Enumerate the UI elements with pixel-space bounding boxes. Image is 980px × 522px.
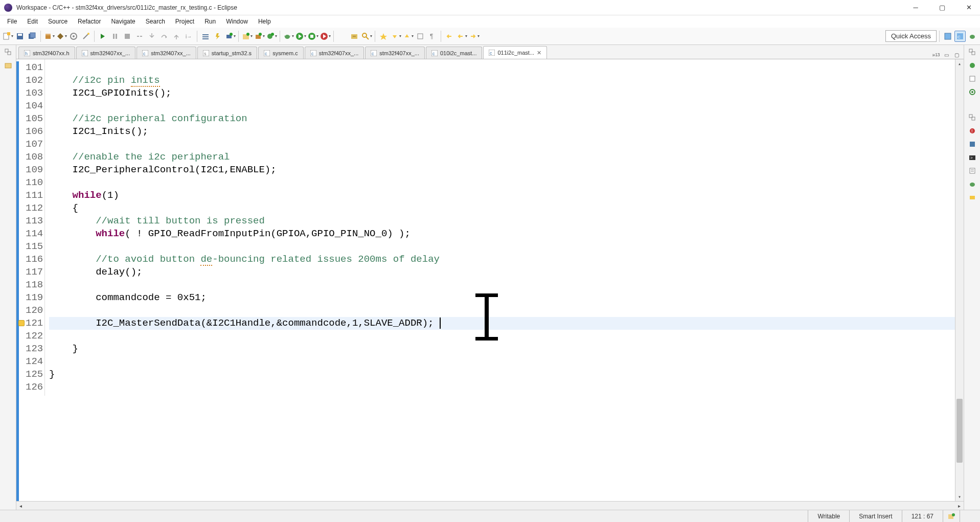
prev-annotation-icon[interactable]: ▾ — [402, 31, 414, 42]
editor-tab-active[interactable]: c 011i2c_mast... ✕ — [483, 46, 547, 59]
outline-view-icon[interactable] — [967, 60, 977, 71]
tab-label: startup_stm32.s — [212, 50, 252, 56]
minimize-button[interactable]: ─ — [908, 3, 923, 13]
problems-view-icon[interactable]: ! — [967, 126, 977, 136]
menu-help[interactable]: Help — [253, 17, 276, 26]
build-targets-icon[interactable] — [967, 87, 977, 97]
profile-icon[interactable]: ▾ — [320, 31, 331, 42]
next-annotation-icon[interactable]: ▾ — [390, 31, 401, 42]
save-all-icon[interactable] — [27, 31, 38, 42]
step-into-icon[interactable] — [146, 31, 157, 42]
build-all-icon[interactable]: ▾ — [56, 31, 67, 42]
close-button[interactable]: ✕ — [962, 3, 976, 13]
build-icon[interactable]: ▾ — [43, 31, 55, 42]
back-icon[interactable]: ▾ — [456, 31, 467, 42]
tasks-view-icon[interactable] — [967, 139, 977, 149]
instruction-step-icon[interactable]: i→ — [183, 31, 194, 42]
save-icon[interactable] — [14, 31, 26, 42]
new-package-icon[interactable]: ▾ — [254, 31, 265, 42]
menu-refactor[interactable]: Refactor — [73, 17, 106, 26]
menu-file[interactable]: File — [2, 17, 22, 26]
editor-tab[interactable]: h stm32f407xx.h — [18, 47, 75, 59]
step-over-icon[interactable] — [158, 31, 170, 42]
menu-source[interactable]: Source — [43, 17, 73, 26]
menu-edit[interactable]: Edit — [22, 17, 43, 26]
editor-tab[interactable]: c stm32f407xx_... — [305, 47, 364, 59]
run-icon[interactable]: ▾ — [295, 31, 306, 42]
wand-icon[interactable] — [80, 31, 92, 42]
code-body[interactable]: //i2c pin inits I2C1_GPIOInits(); //i2c … — [45, 59, 955, 501]
restore-bottom-icon[interactable] — [967, 112, 977, 123]
perspective-debug-icon[interactable] — [967, 31, 978, 42]
memory-view-icon[interactable] — [967, 192, 977, 202]
show-whitespace-icon[interactable]: ¶ — [427, 31, 438, 42]
scroll-left-icon[interactable]: ◂ — [16, 502, 25, 510]
svg-point-52 — [970, 35, 975, 39]
menu-window[interactable]: Window — [221, 17, 253, 26]
project-explorer-icon[interactable] — [3, 60, 13, 71]
scrollbar-thumb[interactable] — [956, 399, 963, 463]
step-return-icon[interactable] — [171, 31, 182, 42]
minimize-view-icon[interactable]: ▭ — [942, 51, 950, 59]
console-view-icon[interactable]: > — [967, 152, 977, 163]
scroll-right-icon[interactable]: ▸ — [955, 502, 964, 510]
close-icon[interactable]: ✕ — [537, 50, 541, 56]
terminate-icon[interactable] — [122, 31, 133, 42]
disconnect-icon[interactable] — [134, 31, 145, 42]
properties-view-icon[interactable] — [967, 166, 977, 176]
menu-navigate[interactable]: Navigate — [106, 17, 140, 26]
menu-project[interactable]: Project — [170, 17, 199, 26]
tab-overflow-button[interactable]: »13 — [932, 51, 940, 59]
suspend-icon[interactable] — [109, 31, 121, 42]
toggle-block-icon[interactable] — [415, 31, 426, 42]
menu-search[interactable]: Search — [141, 17, 170, 26]
vertical-scrollbar[interactable]: ▴ ▾ — [955, 59, 964, 501]
svg-point-10 — [73, 35, 75, 37]
svg-text:¶: ¶ — [430, 33, 433, 40]
perspective-resource-icon[interactable] — [942, 31, 953, 42]
open-task-icon[interactable] — [336, 31, 348, 42]
scroll-up-icon[interactable]: ▴ — [955, 59, 964, 68]
svg-rect-77 — [970, 76, 975, 81]
restore-icon[interactable] — [3, 47, 13, 57]
debug-view-icon[interactable] — [967, 179, 977, 189]
reset-chip-icon[interactable]: ▾ — [224, 31, 236, 42]
code-editor[interactable]: 1011021031041051061071081091101111121131… — [16, 59, 964, 501]
maximize-button[interactable]: ▢ — [935, 3, 949, 13]
restart-icon[interactable] — [200, 31, 211, 42]
restore-right-icon[interactable] — [967, 47, 977, 57]
debug-icon[interactable]: ▾ — [283, 31, 294, 42]
quick-access[interactable]: Quick Access — [885, 30, 937, 42]
maximize-view-icon[interactable]: ▢ — [952, 51, 961, 59]
menu-run[interactable]: Run — [199, 17, 221, 26]
new-icon[interactable]: ▾ — [2, 31, 13, 42]
new-class-icon[interactable]: ▾ — [266, 31, 277, 42]
scroll-down-icon[interactable]: ▾ — [955, 492, 964, 501]
editor-tab[interactable]: c 010i2c_mast... — [426, 47, 483, 59]
editor-tab[interactable]: c stm32f407xx_... — [76, 47, 136, 59]
task-list-icon[interactable] — [967, 74, 977, 84]
editor-tab[interactable]: s startup_stm32.s — [197, 47, 257, 59]
editor-tab[interactable]: c stm32f407xx_... — [365, 47, 425, 59]
eclipse-app-icon — [4, 4, 12, 12]
separator — [441, 31, 441, 42]
search-icon[interactable]: ▾ — [361, 31, 372, 42]
prev-edit-icon[interactable] — [444, 31, 455, 42]
editor-tab[interactable]: c stm32f407xx_... — [136, 47, 196, 59]
target-icon[interactable] — [68, 31, 79, 42]
horizontal-scrollbar[interactable]: ◂ ▸ — [16, 501, 964, 510]
open-type-icon[interactable] — [349, 31, 360, 42]
editor-tab[interactable]: c sysmem.c — [258, 47, 304, 59]
toggle-mark-icon[interactable] — [378, 31, 389, 42]
tab-label: stm32f407xx_... — [319, 50, 359, 56]
left-trim — [0, 45, 16, 510]
flash-icon[interactable] — [212, 31, 223, 42]
new-cproject-icon[interactable]: ▾ — [241, 31, 253, 42]
svg-point-79 — [971, 91, 973, 93]
coverage-icon[interactable]: ▾ — [307, 31, 318, 42]
perspective-cpp-icon[interactable]: C — [954, 31, 966, 42]
forward-icon[interactable]: ▾ — [468, 31, 480, 42]
svg-rect-5 — [30, 33, 35, 38]
status-build-icon[interactable] — [943, 510, 960, 522]
resume-icon[interactable] — [97, 31, 108, 42]
